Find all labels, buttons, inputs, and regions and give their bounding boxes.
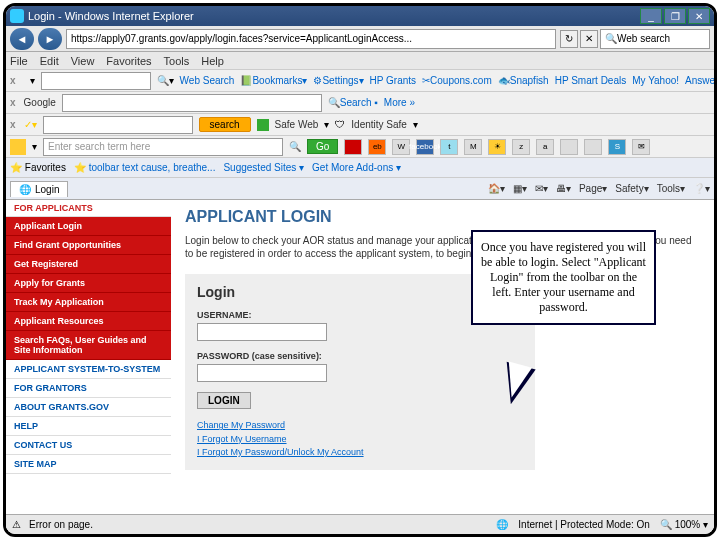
google-search-input[interactable]: [62, 94, 322, 112]
feed-button[interactable]: ▦▾: [513, 183, 527, 194]
menu-help[interactable]: Help: [201, 55, 224, 67]
norton-toolbar-close[interactable]: x: [10, 119, 16, 130]
mail-button[interactable]: ✉▾: [535, 183, 548, 194]
stop-button[interactable]: ✕: [580, 30, 598, 48]
menu-edit[interactable]: Edit: [40, 55, 59, 67]
back-button[interactable]: ◄: [10, 28, 34, 50]
sidebar-resources[interactable]: Applicant Resources: [6, 312, 171, 331]
skype-icon[interactable]: S: [608, 139, 626, 155]
login-button[interactable]: LOGIN: [197, 392, 251, 409]
close-button[interactable]: ✕: [688, 8, 710, 24]
twitter-icon[interactable]: t: [440, 139, 458, 155]
wikipedia-icon[interactable]: W: [392, 139, 410, 155]
misc-icon-3[interactable]: ✉: [632, 139, 650, 155]
menu-bar: File Edit View Favorites Tools Help: [6, 52, 714, 70]
forgot-username-link[interactable]: I Forgot My Username: [197, 433, 523, 447]
norton-search-button[interactable]: search: [199, 117, 251, 132]
weather-icon[interactable]: ☀: [488, 139, 506, 155]
ebay-icon[interactable]: eb: [368, 139, 386, 155]
sidebar-applicant-login[interactable]: Applicant Login: [6, 217, 171, 236]
password-input[interactable]: [197, 364, 327, 382]
sidebar-get-registered[interactable]: Get Registered: [6, 255, 171, 274]
search-toolbar: ▾ Enter search term here 🔍 Go eb W faceb…: [6, 136, 714, 158]
tab-favicon-icon: 🌐: [19, 184, 31, 195]
sidebar-find-grants[interactable]: Find Grant Opportunities: [6, 236, 171, 255]
menu-view[interactable]: View: [71, 55, 95, 67]
minimize-button[interactable]: _: [640, 8, 662, 24]
hp-yahoo[interactable]: My Yahoo!: [632, 75, 679, 86]
tab-label: Login: [35, 184, 59, 195]
google-toolbar: x Google 🔍Search ▪ More »: [6, 92, 714, 114]
youtube-icon[interactable]: [344, 139, 362, 155]
status-zoom[interactable]: 🔍 100% ▾: [660, 519, 708, 530]
safeweb-label[interactable]: Safe Web: [275, 119, 319, 130]
safeweb-icon: [257, 119, 269, 131]
star-icon[interactable]: [10, 139, 26, 155]
sidebar-system[interactable]: APPLICANT SYSTEM-TO-SYSTEM: [6, 360, 171, 379]
hp-websearch[interactable]: Web Search: [180, 75, 235, 86]
refresh-button[interactable]: ↻: [560, 30, 578, 48]
page-menu[interactable]: Page▾: [579, 183, 607, 194]
url-input[interactable]: https://apply07.grants.gov/apply/login.f…: [66, 29, 556, 49]
fav-addons[interactable]: Get More Add-ons ▾: [312, 162, 401, 173]
hp-snapfish[interactable]: 🐟Snapfish: [498, 75, 549, 86]
sidebar-sitemap[interactable]: SITE MAP: [6, 455, 171, 474]
google-more[interactable]: More »: [384, 97, 415, 108]
norton-search-input[interactable]: [43, 116, 193, 134]
gmail-icon[interactable]: M: [464, 139, 482, 155]
tab-login[interactable]: 🌐 Login: [10, 181, 68, 197]
tools-menu[interactable]: Tools▾: [657, 183, 685, 194]
forgot-password-link[interactable]: I Forgot My Password/Unlock My Account: [197, 446, 523, 460]
tab-bar: 🌐 Login 🏠▾ ▦▾ ✉▾ 🖶▾ Page▾ Safety▾ Tools▾…: [6, 178, 714, 200]
maximize-button[interactable]: ❐: [664, 8, 686, 24]
facebook-icon[interactable]: facebook: [416, 139, 434, 155]
instruction-callout: Once you have registered you will be abl…: [471, 230, 656, 325]
go-button[interactable]: Go: [307, 139, 338, 154]
sidebar-help[interactable]: HELP: [6, 417, 171, 436]
status-bar: ⚠ Error on page. 🌐 Internet | Protected …: [6, 514, 714, 534]
favorites-bar: ⭐ Favorites ⭐ toolbar text cause, breath…: [6, 158, 714, 178]
favorites-button[interactable]: ⭐ Favorites: [10, 162, 66, 173]
sidebar-apply-grants[interactable]: Apply for Grants: [6, 274, 171, 293]
change-password-link[interactable]: Change My Password: [197, 419, 523, 433]
identity-icon: 🛡: [335, 119, 345, 130]
browser-search-input[interactable]: 🔍 Web search: [600, 29, 710, 49]
safety-menu[interactable]: Safety▾: [615, 183, 648, 194]
fav-item-1[interactable]: ⭐ toolbar text cause, breathe...: [74, 162, 216, 173]
menu-favorites[interactable]: Favorites: [106, 55, 151, 67]
print-button[interactable]: 🖶▾: [556, 183, 571, 194]
google-search-btn[interactable]: 🔍Search ▪: [328, 97, 378, 108]
identity-label[interactable]: Identity Safe: [351, 119, 407, 130]
sidebar-search-faqs[interactable]: Search FAQs, User Guides and Site Inform…: [6, 331, 171, 360]
misc-icon-1[interactable]: [560, 139, 578, 155]
zip-icon[interactable]: z: [512, 139, 530, 155]
help-button[interactable]: ❔▾: [693, 183, 710, 194]
hp-search-input[interactable]: [41, 72, 151, 90]
sidebar-about[interactable]: ABOUT GRANTS.GOV: [6, 398, 171, 417]
hp-coupons[interactable]: ✂Coupons.com: [422, 75, 492, 86]
hp-answers[interactable]: Answers▾: [685, 75, 714, 86]
misc-icon-2[interactable]: [584, 139, 602, 155]
forward-button[interactable]: ►: [38, 28, 62, 50]
address-bar: ◄ ► https://apply07.grants.gov/apply/log…: [6, 26, 714, 52]
username-input[interactable]: [197, 323, 327, 341]
hp-settings[interactable]: ⚙Settings▾: [313, 75, 363, 86]
amazon-icon[interactable]: a: [536, 139, 554, 155]
menu-file[interactable]: File: [10, 55, 28, 67]
password-label: PASSWORD (case sensitive):: [197, 351, 523, 361]
hp-toolbar-close[interactable]: x: [10, 75, 16, 86]
hp-grants[interactable]: HP Grants: [370, 75, 417, 86]
search-term-input[interactable]: Enter search term here: [43, 138, 283, 156]
menu-tools[interactable]: Tools: [164, 55, 190, 67]
hp-bookmarks[interactable]: 📗Bookmarks▾: [240, 75, 307, 86]
sidebar-contact[interactable]: CONTACT US: [6, 436, 171, 455]
fav-suggested[interactable]: Suggested Sites ▾: [223, 162, 304, 173]
page-title: APPLICANT LOGIN: [185, 208, 700, 226]
sidebar-grantors[interactable]: FOR GRANTORS: [6, 379, 171, 398]
sidebar-track-app[interactable]: Track My Application: [6, 293, 171, 312]
window-title: Login - Windows Internet Explorer: [28, 10, 640, 22]
titlebar: Login - Windows Internet Explorer _ ❐ ✕: [6, 6, 714, 26]
hp-deals[interactable]: HP Smart Deals: [555, 75, 627, 86]
google-toolbar-close[interactable]: x: [10, 97, 16, 108]
home-button[interactable]: 🏠▾: [488, 183, 505, 194]
